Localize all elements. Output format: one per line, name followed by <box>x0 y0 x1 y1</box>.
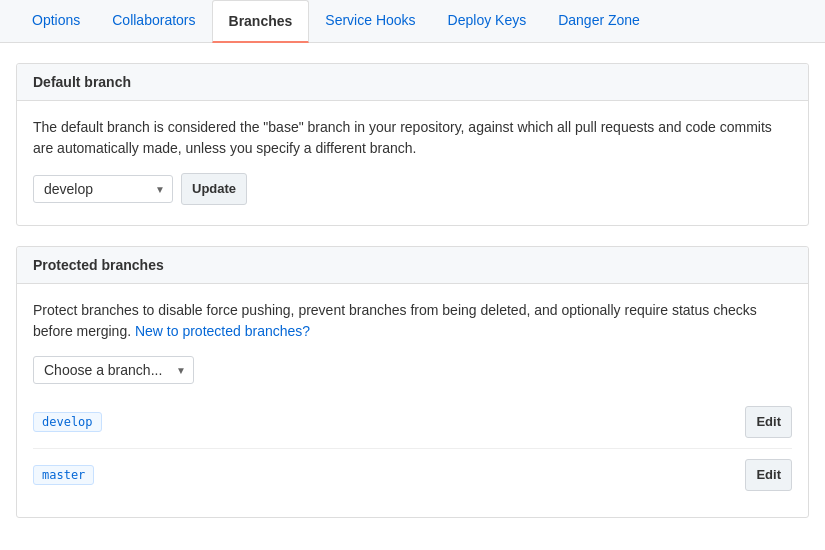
protected-branches-link[interactable]: New to protected branches? <box>135 323 310 339</box>
tab-service-hooks[interactable]: Service Hooks <box>309 0 431 43</box>
update-button[interactable]: Update <box>181 173 247 205</box>
default-branch-select-wrapper: develop master main <box>33 175 173 203</box>
default-branch-title: Default branch <box>33 74 131 90</box>
protected-branches-list: develop Edit master Edit <box>33 396 792 501</box>
choose-branch-select[interactable]: Choose a branch... develop master <box>33 356 194 384</box>
protected-branches-title: Protected branches <box>33 257 164 273</box>
default-branch-select[interactable]: develop master main <box>33 175 173 203</box>
default-branch-description: The default branch is considered the "ba… <box>33 117 792 159</box>
tab-branches[interactable]: Branches <box>212 0 310 43</box>
choose-branch-select-wrapper: Choose a branch... develop master <box>33 356 194 384</box>
tab-danger-zone[interactable]: Danger Zone <box>542 0 656 43</box>
edit-button-master[interactable]: Edit <box>745 459 792 491</box>
main-content: Default branch The default branch is con… <box>0 43 825 550</box>
default-branch-form-row: develop master main Update <box>33 173 792 205</box>
protected-branches-body: Protect branches to disable force pushin… <box>17 284 808 517</box>
tab-options[interactable]: Options <box>16 0 96 43</box>
default-branch-card: Default branch The default branch is con… <box>16 63 809 226</box>
branch-tag-master: master <box>33 465 94 485</box>
tab-deploy-keys[interactable]: Deploy Keys <box>432 0 543 43</box>
protected-branches-description: Protect branches to disable force pushin… <box>33 300 792 342</box>
branch-row-master: master Edit <box>33 449 792 501</box>
tab-navigation: Options Collaborators Branches Service H… <box>0 0 825 43</box>
branch-row-develop: develop Edit <box>33 396 792 449</box>
edit-button-develop[interactable]: Edit <box>745 406 792 438</box>
default-branch-header: Default branch <box>17 64 808 101</box>
default-branch-body: The default branch is considered the "ba… <box>17 101 808 225</box>
branch-tag-develop: develop <box>33 412 102 432</box>
protected-branches-header: Protected branches <box>17 247 808 284</box>
protected-branches-card: Protected branches Protect branches to d… <box>16 246 809 518</box>
tab-collaborators[interactable]: Collaborators <box>96 0 211 43</box>
